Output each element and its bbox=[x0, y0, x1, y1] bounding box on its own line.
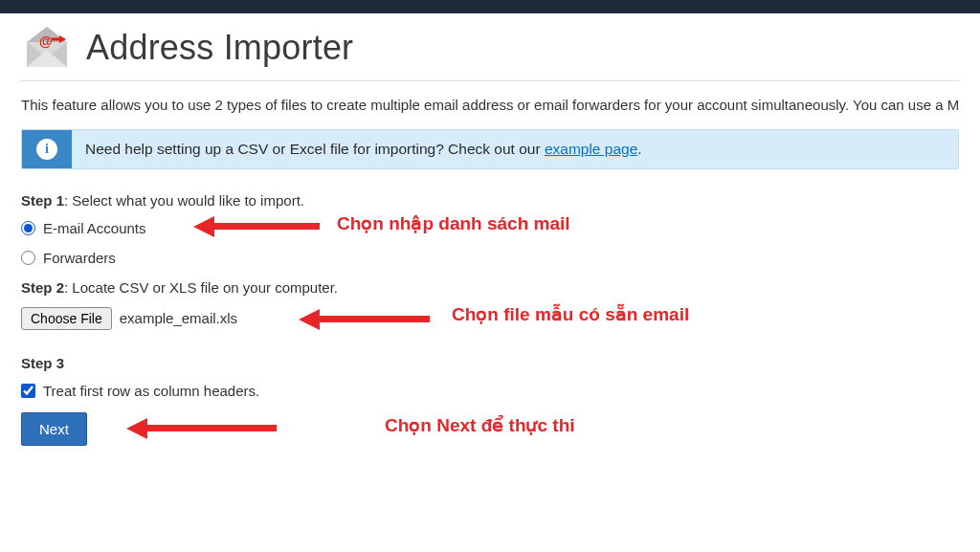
info-icon-box: i bbox=[22, 130, 72, 168]
info-icon: i bbox=[36, 139, 57, 160]
treat-headers-checkbox[interactable] bbox=[21, 384, 35, 398]
annotation-text-3: Chọn Next để thực thi bbox=[385, 414, 575, 436]
page-title: Address Importer bbox=[86, 28, 353, 68]
example-page-link[interactable]: example page bbox=[545, 141, 637, 157]
help-text-after: . bbox=[637, 141, 641, 157]
radio-email-accounts[interactable] bbox=[21, 221, 35, 235]
radio-email-accounts-row: E-mail Accounts Chọn nhập danh sách mail bbox=[21, 220, 959, 236]
annotation-arrow-2 bbox=[299, 309, 430, 330]
intro-text: This feature allows you to use 2 types o… bbox=[21, 95, 959, 116]
step-1-heading: Step 1: Select what you would like to im… bbox=[21, 192, 959, 209]
step-1-label: Step 1 bbox=[21, 192, 64, 209]
help-text: Need help setting up a CSV or Excel file… bbox=[72, 130, 656, 168]
step-2: Step 2: Locate CSV or XLS file on your c… bbox=[21, 279, 959, 330]
annotation-arrow-1 bbox=[193, 216, 320, 237]
step-1: Step 1: Select what you would like to im… bbox=[21, 192, 959, 266]
divider bbox=[21, 80, 959, 81]
step-2-heading: Step 2: Locate CSV or XLS file on your c… bbox=[21, 279, 959, 296]
help-text-before: Need help setting up a CSV or Excel file… bbox=[85, 141, 545, 157]
annotation-text-1: Chọn nhập danh sách mail bbox=[337, 212, 570, 234]
radio-forwarders-row: Forwarders bbox=[21, 250, 959, 266]
choose-file-button[interactable]: Choose File bbox=[21, 307, 112, 330]
radio-forwarders-label: Forwarders bbox=[43, 250, 116, 266]
radio-forwarders[interactable] bbox=[21, 251, 35, 265]
file-chooser-row: Choose File example_email.xls Chọn file … bbox=[21, 307, 959, 330]
page-header: @ Address Importer bbox=[21, 27, 959, 69]
header-row-checkbox-row: Treat first row as column headers. bbox=[21, 383, 959, 399]
address-importer-icon: @ bbox=[21, 27, 73, 69]
next-button-row: Next Chọn Next để thực thi bbox=[21, 412, 959, 446]
annotation-arrow-3 bbox=[126, 418, 277, 439]
treat-headers-label: Treat first row as column headers. bbox=[43, 383, 259, 399]
next-button[interactable]: Next bbox=[21, 412, 87, 446]
svg-text:@: @ bbox=[39, 33, 53, 49]
step-3-label: Step 3 bbox=[21, 355, 64, 371]
step-2-label: Step 2 bbox=[21, 279, 64, 296]
page-content: @ Address Importer This feature allows y… bbox=[0, 13, 980, 446]
annotation-text-2: Chọn file mẫu có sẵn email bbox=[452, 303, 689, 325]
step-1-text: : Select what you would like to import. bbox=[64, 192, 304, 209]
step-2-text: : Locate CSV or XLS file on your compute… bbox=[64, 279, 338, 296]
top-bar bbox=[0, 0, 980, 13]
step-3-heading: Step 3 bbox=[21, 355, 959, 371]
step-3: Step 3 Treat first row as column headers… bbox=[21, 355, 959, 399]
chosen-file-name: example_email.xls bbox=[120, 310, 237, 326]
help-callout: i Need help setting up a CSV or Excel fi… bbox=[21, 129, 959, 169]
radio-email-accounts-label: E-mail Accounts bbox=[43, 220, 146, 236]
